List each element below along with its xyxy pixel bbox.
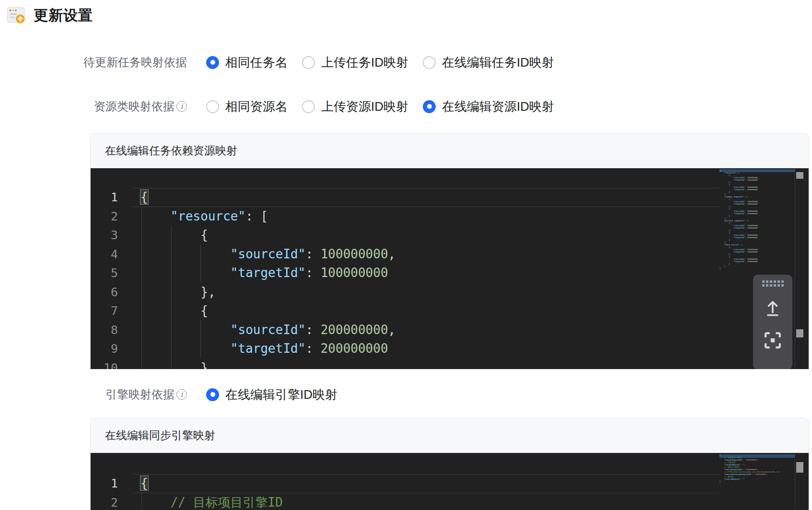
page-title: 更新设置 — [34, 6, 93, 25]
code-line: { — [140, 188, 713, 207]
radio-button[interactable] — [302, 100, 315, 113]
radio-option[interactable]: 在线编辑引擎ID映射 — [206, 386, 337, 403]
minimap-line: } — [719, 267, 795, 270]
form-row-resource-mapping: 资源类映射依据 i 相同资源名上传资源ID映射在线编辑资源ID映射 — [0, 97, 554, 116]
code-line: { — [140, 301, 713, 321]
panel-task-resource-mapping: 在线编辑任务依赖资源映射 12345678910 { "resource": [… — [90, 133, 809, 369]
radio-option-label: 相同资源名 — [225, 98, 288, 115]
panel-header: 在线编辑同步引擎映射 — [91, 418, 809, 453]
line-numbers: 12 — [91, 474, 118, 510]
radio-option-label: 在线编辑引擎ID映射 — [225, 386, 337, 403]
update-settings-icon — [6, 5, 27, 26]
drag-handle-icon[interactable] — [762, 280, 784, 287]
info-icon[interactable]: i — [176, 101, 187, 112]
minimap-content: { // 目标项目引擎ID "targetEngineId": "1000000… — [719, 453, 795, 483]
radio-option[interactable]: 在线编辑资源ID映射 — [423, 98, 554, 115]
code-line: "sourceId": 200000000, — [140, 321, 713, 340]
line-number: 9 — [91, 339, 118, 359]
minimap-line: } — [719, 480, 795, 483]
fullscreen-icon — [764, 332, 781, 349]
radio-option-label: 上传资源ID映射 — [321, 98, 408, 115]
code-line: "targetId": 200000000 — [140, 339, 713, 359]
line-number: 2 — [91, 493, 118, 510]
line-number: 7 — [91, 301, 118, 321]
radio-option-label: 上传任务ID映射 — [321, 54, 408, 71]
code-line: "targetId": 100000000 — [140, 264, 713, 283]
code-line: // 目标项目引擎ID — [140, 493, 713, 510]
code-line: "sourceId": 100000000, — [140, 245, 713, 264]
code-line: { — [140, 474, 713, 493]
panel-engine-mapping: 在线编辑同步引擎映射 12 { // 目标项目引擎ID { // 目标项目引擎I… — [90, 418, 809, 510]
line-number: 2 — [91, 207, 118, 226]
radio-option-label: 相同任务名 — [225, 54, 288, 71]
radio-group-resource-mapping: 相同资源名上传资源ID映射在线编辑资源ID映射 — [206, 98, 554, 115]
radio-option[interactable]: 上传资源ID映射 — [302, 98, 408, 115]
form-row-task-mapping: 待更新任务映射依据 i 相同任务名上传任务ID映射在线编辑任务ID映射 — [0, 53, 554, 72]
panel-title: 在线编辑同步引擎映射 — [105, 428, 215, 443]
radio-button[interactable] — [302, 56, 315, 69]
line-number: 1 — [91, 474, 118, 493]
scrollbar-marker — [796, 172, 803, 179]
radio-option[interactable]: 相同资源名 — [206, 98, 288, 115]
code-content[interactable]: { "resource": [ { "sourceId": 100000000,… — [140, 188, 713, 369]
code-line: { — [140, 226, 713, 245]
update-settings-page: 更新设置 待更新任务映射依据 i 相同任务名上传任务ID映射在线编辑任务ID映射… — [0, 0, 812, 510]
fullscreen-button[interactable] — [764, 332, 781, 349]
radio-button[interactable] — [206, 100, 219, 113]
radio-option-label: 在线编辑任务ID映射 — [442, 54, 554, 71]
radio-option[interactable]: 在线编辑任务ID映射 — [423, 54, 554, 71]
radio-option[interactable]: 上传任务ID映射 — [302, 54, 408, 71]
form-row-engine-mapping: 引擎映射依据 i 在线编辑引擎ID映射 — [0, 385, 337, 404]
radio-button-selected[interactable] — [423, 100, 436, 113]
line-number: 8 — [91, 321, 118, 340]
field-label: 待更新任务映射依据 i — [0, 55, 187, 70]
line-number: 6 — [91, 283, 118, 302]
code-line: } — [140, 359, 713, 370]
panel-header: 在线编辑任务依赖资源映射 — [91, 134, 809, 168]
minimap-content: { "resource": [ { "sourceId": 100000000,… — [719, 168, 795, 270]
line-number: 5 — [91, 264, 118, 283]
scrollbar-marker — [796, 329, 803, 337]
line-number: 4 — [91, 245, 118, 264]
line-number: 10 — [91, 359, 118, 370]
panel-title: 在线编辑任务依赖资源映射 — [105, 143, 237, 158]
scrollbar[interactable] — [795, 453, 809, 510]
code-editor[interactable]: 12 { // 目标项目引擎ID { // 目标项目引擎ID "targetEn… — [91, 453, 809, 510]
radio-button[interactable] — [423, 56, 436, 69]
radio-option[interactable]: 相同任务名 — [206, 54, 288, 71]
code-line: }, — [140, 283, 713, 302]
page-header: 更新设置 — [6, 5, 93, 26]
scrollbar-marker — [796, 462, 803, 473]
code-line: "resource": [ — [140, 207, 713, 226]
minimap[interactable]: { // 目标项目引擎ID "targetEngineId": "1000000… — [719, 453, 795, 510]
radio-group-task-mapping: 相同任务名上传任务ID映射在线编辑任务ID映射 — [206, 54, 554, 71]
field-label: 引擎映射依据 i — [0, 387, 187, 402]
radio-group-engine-mapping: 在线编辑引擎ID映射 — [206, 386, 337, 403]
code-content[interactable]: { // 目标项目引擎ID — [140, 474, 713, 510]
code-editor[interactable]: 12345678910 { "resource": [ { "sourceId"… — [91, 168, 809, 369]
editor-toolbar — [753, 275, 792, 369]
radio-option-label: 在线编辑资源ID映射 — [442, 98, 554, 115]
radio-button-selected[interactable] — [206, 388, 219, 401]
line-number: 3 — [91, 226, 118, 245]
upload-icon — [764, 298, 782, 317]
radio-button-selected[interactable] — [206, 56, 219, 69]
line-number: 1 — [91, 188, 118, 207]
upload-button[interactable] — [764, 298, 782, 317]
scrollbar[interactable] — [795, 168, 809, 369]
line-numbers: 12345678910 — [91, 188, 118, 369]
field-label: 资源类映射依据 i — [0, 99, 187, 114]
info-icon[interactable]: i — [176, 389, 187, 400]
